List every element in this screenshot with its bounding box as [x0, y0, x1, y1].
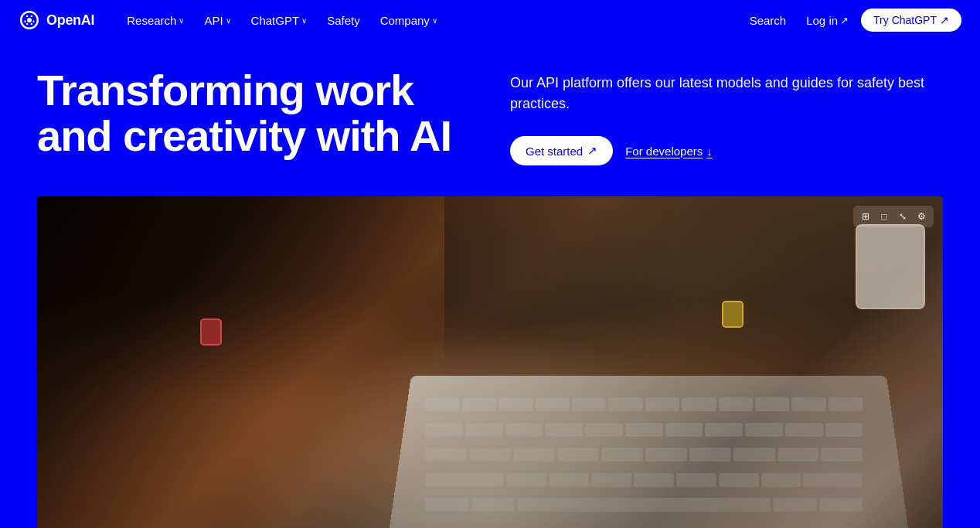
brand-name: OpenAI [46, 12, 94, 29]
chevron-down-icon: ∨ [432, 16, 437, 25]
image-expand-button[interactable]: ⤡ [895, 209, 910, 224]
external-link-icon: ↗ [840, 15, 849, 26]
nav-item-research[interactable]: Research ∨ [119, 9, 192, 32]
nav-item-chatgpt[interactable]: ChatGPT ∨ [243, 9, 315, 32]
chevron-down-icon: ∨ [301, 16, 307, 25]
keyboard-row [425, 397, 863, 421]
image-window-button[interactable]: □ [876, 209, 892, 224]
corner-device [856, 224, 925, 309]
nav-item-api[interactable]: API ∨ [196, 9, 238, 32]
navbar-right: Search Log in ↗ Try ChatGPT ↗ [742, 9, 961, 32]
try-chatgpt-button[interactable]: Try ChatGPT ↗ [861, 9, 961, 32]
login-button[interactable]: Log in ↗ [798, 9, 856, 32]
hero-image [37, 196, 943, 528]
get-started-button[interactable]: Get started ↗ [510, 136, 613, 165]
hero-title: Transforming work and creativity with AI [37, 68, 479, 159]
nav-item-safety[interactable]: Safety [319, 9, 368, 32]
arrow-icon: ↗ [587, 144, 597, 158]
watch-yellow-icon [722, 301, 744, 328]
keyboard-row [425, 473, 863, 496]
openai-logo-icon [19, 9, 40, 31]
hero-right: Our API platform offers our latest model… [510, 68, 943, 165]
hero-left: Transforming work and creativity with AI [37, 68, 479, 159]
navbar: OpenAI Research ∨ API ∨ ChatGPT ∨ Safety… [0, 0, 980, 40]
image-settings-button[interactable]: ⚙ [914, 209, 929, 224]
hand-overlay-left [37, 196, 444, 528]
nav-item-company[interactable]: Company ∨ [373, 9, 445, 32]
keyboard-row [425, 448, 863, 471]
for-developers-button[interactable]: For developers ↓ [625, 145, 713, 158]
image-controls: ⊞ □ ⤡ ⚙ [853, 206, 934, 227]
keyboard-overlay [417, 390, 870, 528]
keyboard-row [425, 423, 863, 446]
chevron-down-icon: ∨ [179, 16, 184, 25]
hero-image-container: ⊞ □ ⤡ ⚙ [0, 196, 980, 528]
openai-logo[interactable]: OpenAI [19, 9, 94, 31]
watch-red-icon [200, 319, 222, 346]
search-button[interactable]: Search [742, 9, 795, 32]
hero-section: Transforming work and creativity with AI… [0, 40, 980, 196]
main-navigation: Research ∨ API ∨ ChatGPT ∨ Safety Compan… [119, 9, 741, 32]
hero-buttons: Get started ↗ For developers ↓ [510, 136, 943, 165]
chevron-down-icon: ∨ [226, 16, 231, 25]
arrow-down-icon: ↓ [706, 145, 713, 158]
keyboard-row [425, 498, 863, 521]
arrow-icon: ↗ [940, 14, 949, 26]
hero-description: Our API platform offers our latest model… [510, 73, 943, 114]
image-grid-button[interactable]: ⊞ [858, 209, 873, 224]
